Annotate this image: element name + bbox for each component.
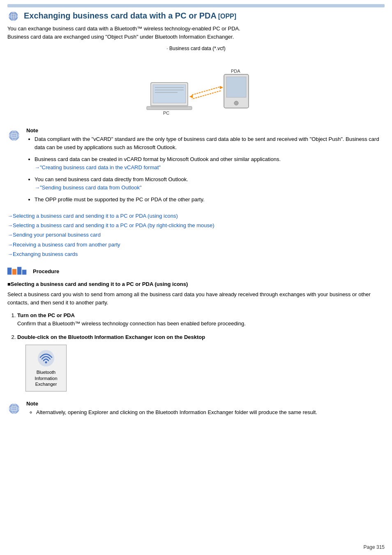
svg-rect-11 [151,105,188,107]
diagram-svg: PDA PC [126,54,266,121]
note-icon [7,127,22,142]
svg-rect-28 [17,267,21,275]
section-heading: ■Selecting a business card and sending i… [7,281,385,287]
svg-point-30 [38,350,54,366]
nav-link-2[interactable]: →Selecting a business card and sending i… [7,221,385,230]
page-number: Page 315 [364,544,385,550]
section-desc: Select a business card you wish to send … [7,290,385,306]
top-bar [7,4,385,7]
svg-rect-27 [12,269,16,275]
diagram-area: · Business card data (*.vcf) [7,46,385,121]
nav-links: →Selecting a business card and sending i… [7,211,385,259]
title-section: Exchanging business card data with a PC … [7,9,385,22]
note1-item-3: You can send business card data directly… [35,175,385,191]
step-1: Turn on the PC or PDA Confirm that a Blu… [17,311,385,327]
procedure-label: Procedure [33,268,59,274]
step-2: Double-click on the Bluetooth Informatio… [17,333,385,395]
note2-icon [7,401,22,415]
svg-rect-13 [226,77,246,97]
note1-content: Note Data compliant with the "vCARD" sta… [26,127,385,208]
svg-marker-19 [220,86,223,89]
note1-item-1: Data compliant with the "vCARD" standard… [35,135,385,151]
note2-section: Note Alternatively, opening Explorer and… [7,401,385,419]
note1-item-2: Business card data can be created in vCA… [35,155,385,171]
svg-rect-29 [22,270,26,275]
nav-link-5[interactable]: →Exchanging business cards [7,249,385,259]
page-title: Exchanging business card data with a PC … [24,11,236,21]
svg-line-18 [192,91,221,99]
procedure-header: Procedure [7,265,385,277]
svg-line-17 [192,87,221,95]
svg-text:PC: PC [163,111,169,115]
note1-section: Note Data compliant with the "vCARD" sta… [7,127,385,208]
svg-marker-20 [189,95,193,98]
note2-item-1: Alternatively, opening Explorer and clic… [36,408,317,417]
note2-list: Alternatively, opening Explorer and clic… [26,408,317,417]
procedure-icon [7,265,27,277]
step-1-title: Turn on the PC or PDA [17,311,385,320]
bluetooth-wifi-icon [37,349,55,367]
svg-text:PDA: PDA [231,69,240,74]
step-1-desc: Confirm that a Bluetooth™ wireless techn… [17,320,385,328]
nav-link-1[interactable]: →Selecting a business card and sending i… [7,211,385,221]
svg-point-14 [234,101,238,105]
step-2-title: Double-click on the Bluetooth Informatio… [17,333,385,341]
diagram-caption: · Business card data (*.vcf) [7,46,385,51]
svg-rect-26 [7,268,12,275]
bt-label: BluetoothInformationExchanger [32,369,60,387]
note2-content: Note Alternatively, opening Explorer and… [26,401,317,419]
nav-link-3[interactable]: →Sending your personal business card [7,230,385,240]
intro-text: You can exchange business card data with… [7,25,385,41]
note1-item-4: The OPP profile must be supported by the… [35,196,385,204]
link-outlook[interactable]: →"Sending business card data from Outloo… [35,184,142,191]
procedure-section: Procedure ■Selecting a business card and… [7,265,385,395]
link-vcf[interactable]: →"Creating business card data in the vCA… [35,164,161,170]
svg-point-31 [45,361,47,363]
bluetooth-globe-icon [7,9,21,22]
nav-link-4[interactable]: →Receiving a business card from another … [7,240,385,249]
steps: Turn on the PC or PDA Confirm that a Blu… [7,311,385,395]
note1-list: Data compliant with the "vCARD" standard… [26,135,385,204]
bluetooth-icon-box: BluetoothInformationExchanger [25,345,67,391]
